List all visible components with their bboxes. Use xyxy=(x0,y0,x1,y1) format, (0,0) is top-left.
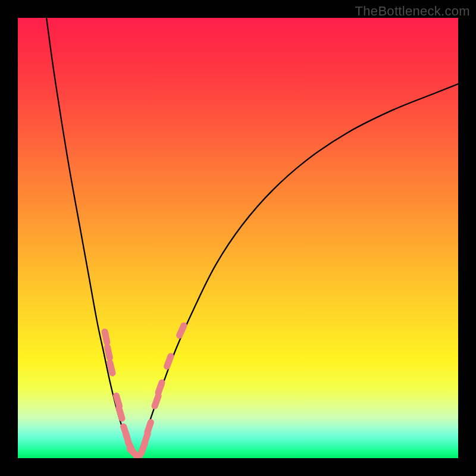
pink-bead xyxy=(119,408,122,418)
watermark-text: TheBottleneck.com xyxy=(355,4,470,19)
pink-bead xyxy=(180,325,184,335)
right-curve xyxy=(137,84,458,458)
pink-bead-group xyxy=(105,325,184,456)
chart-frame: TheBottleneck.com xyxy=(0,0,476,476)
pink-bead xyxy=(108,347,110,358)
pink-bead xyxy=(155,396,158,406)
pink-bead xyxy=(148,422,151,433)
curve-overlay xyxy=(18,18,458,458)
pink-bead xyxy=(116,396,119,406)
plot-area xyxy=(18,18,458,458)
pink-bead xyxy=(167,356,171,367)
left-curve xyxy=(46,18,137,458)
pink-bead xyxy=(105,332,107,343)
pink-bead xyxy=(158,383,162,393)
pink-bead xyxy=(110,363,112,373)
